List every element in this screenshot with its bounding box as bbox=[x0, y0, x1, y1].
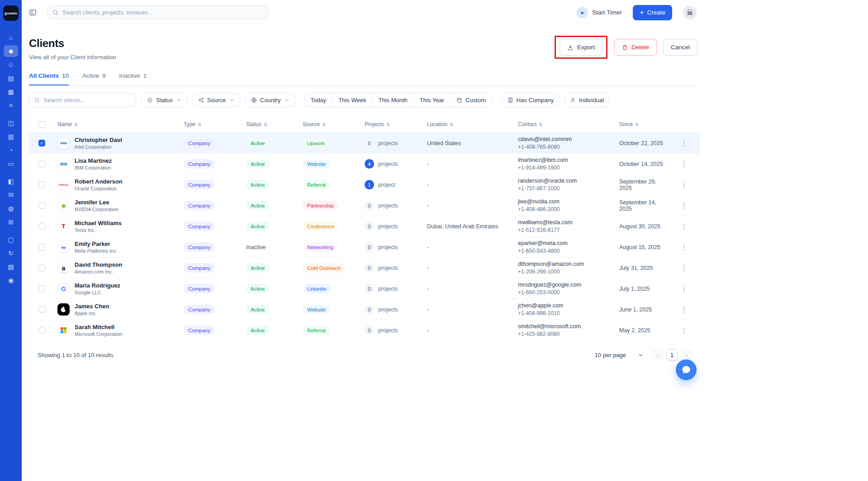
table-row[interactable]: James Chen Apple Inc. Company Active Web… bbox=[29, 299, 700, 320]
tab-inactive[interactable]: Inactive1 bbox=[119, 72, 147, 85]
row-checkbox[interactable] bbox=[38, 244, 45, 250]
start-timer-button[interactable]: ▶ Start Timer bbox=[576, 7, 622, 19]
row-checkbox[interactable] bbox=[38, 140, 45, 146]
date-range-this-year[interactable]: This Year bbox=[413, 93, 450, 107]
row-checkbox[interactable] bbox=[38, 306, 45, 313]
sidebar-item-billing[interactable]: ▧ bbox=[4, 261, 18, 273]
app-logo[interactable]: growlio bbox=[3, 5, 19, 21]
sort-icon[interactable]: ⇅ bbox=[264, 122, 267, 127]
table-row[interactable]: a David Thompson Amazon.com Inc. Company… bbox=[29, 257, 700, 278]
sidebar-item-devices[interactable]: ▢ bbox=[4, 234, 18, 245]
sidebar-item-projects[interactable]: ▦ bbox=[4, 86, 18, 98]
sidebar-item-time-tracking[interactable]: ◔ bbox=[4, 144, 18, 156]
pagination-current-page[interactable]: 1 bbox=[666, 349, 678, 361]
column-header-status[interactable]: Status bbox=[246, 121, 261, 127]
sidebar-item-expenses[interactable]: ⊞ bbox=[4, 216, 18, 228]
row-checkbox[interactable] bbox=[38, 264, 45, 271]
filter-country-dropdown[interactable]: Country bbox=[246, 93, 295, 107]
sidebar-item-products[interactable]: ◫ bbox=[4, 117, 18, 129]
row-checkbox[interactable] bbox=[38, 285, 45, 292]
chat-bubble-icon bbox=[681, 365, 691, 375]
row-menu-button[interactable]: ⋮ bbox=[681, 264, 688, 272]
clients-search-input[interactable] bbox=[43, 97, 131, 104]
client-email: randerson@oracle.com bbox=[518, 178, 619, 184]
row-menu-button[interactable]: ⋮ bbox=[681, 326, 688, 334]
column-header-source[interactable]: Source bbox=[303, 121, 320, 127]
table-row[interactable]: Sarah Mitchell Microsoft Corporation Com… bbox=[29, 320, 700, 340]
sort-icon[interactable]: ⇅ bbox=[450, 122, 453, 127]
date-range-this-month[interactable]: This Month bbox=[372, 93, 413, 107]
row-checkbox[interactable] bbox=[38, 327, 45, 334]
table-row[interactable]: intel Christopher Davi Intel Corporation… bbox=[29, 132, 700, 153]
sort-icon[interactable]: ⇅ bbox=[322, 122, 326, 127]
sidebar-item-team[interactable]: ◉ bbox=[4, 274, 18, 286]
chat-button[interactable] bbox=[676, 359, 697, 380]
sidebar-item-clients[interactable]: ☻ bbox=[4, 45, 18, 57]
filter-status-dropdown[interactable]: Status bbox=[142, 93, 187, 107]
sidebar-item-reports[interactable]: ▤ bbox=[4, 72, 18, 84]
table-row[interactable]: T Michael Williams Tesla Inc. Company Ac… bbox=[29, 216, 700, 236]
orders-icon: ▥ bbox=[8, 133, 14, 140]
client-phone: +1-914-499-1900 bbox=[518, 165, 619, 171]
table-row[interactable]: G Maria Rodriguez Google LLC Company Act… bbox=[29, 278, 700, 299]
row-checkbox[interactable] bbox=[38, 202, 45, 209]
sort-icon[interactable]: ⇅ bbox=[198, 122, 201, 127]
sort-icon[interactable]: ⇅ bbox=[386, 122, 390, 127]
date-range-this-week[interactable]: This Week bbox=[332, 93, 372, 107]
row-menu-button[interactable]: ⋮ bbox=[681, 202, 688, 209]
cancel-button[interactable]: Cancel bbox=[663, 39, 697, 56]
sort-icon[interactable]: ⇅ bbox=[635, 122, 639, 127]
sort-icon[interactable]: ⇅ bbox=[74, 122, 78, 127]
table-row[interactable]: ◉ Jennifer Lee NVIDIA Corporation Compan… bbox=[29, 195, 700, 216]
sidebar-item-history[interactable]: ↻ bbox=[4, 247, 18, 259]
search-icon bbox=[34, 97, 40, 103]
column-header-since[interactable]: Since bbox=[619, 121, 633, 127]
row-menu-button[interactable]: ⋮ bbox=[681, 243, 688, 251]
filter-individual-button[interactable]: Individual bbox=[564, 93, 609, 107]
row-menu-button[interactable]: ⋮ bbox=[681, 306, 688, 313]
row-checkbox[interactable] bbox=[38, 160, 45, 167]
row-menu-button[interactable]: ⋮ bbox=[681, 139, 688, 147]
filter-source-dropdown[interactable]: Source bbox=[193, 93, 240, 107]
date-range-today[interactable]: Today bbox=[305, 93, 332, 107]
table-row[interactable]: ORACLE Robert Anderson Oracle Corporatio… bbox=[29, 174, 700, 195]
global-search-input[interactable] bbox=[62, 9, 264, 16]
sidebar-item-contacts[interactable]: ☺ bbox=[4, 59, 18, 71]
chevron-down-icon bbox=[284, 97, 290, 103]
filter-has-company-button[interactable]: Has Company bbox=[502, 93, 559, 107]
row-menu-button[interactable]: ⋮ bbox=[681, 285, 688, 292]
row-menu-button[interactable]: ⋮ bbox=[681, 160, 688, 168]
column-header-name[interactable]: Name bbox=[57, 121, 72, 127]
delete-button[interactable]: Delete bbox=[614, 39, 657, 56]
column-header-location[interactable]: Location bbox=[427, 121, 447, 127]
column-header-projects[interactable]: Projects bbox=[365, 121, 384, 127]
table-row[interactable]: IBM Lisa Martinez IBM Corporation Compan… bbox=[29, 153, 700, 174]
sidebar-item-dashboard[interactable]: ⌂ bbox=[4, 32, 18, 43]
row-checkbox[interactable] bbox=[38, 223, 45, 230]
projects-label: projects bbox=[378, 286, 398, 292]
row-menu-button[interactable]: ⋮ bbox=[681, 222, 688, 230]
column-header-contact[interactable]: Contact bbox=[518, 121, 536, 127]
sidebar-item-store[interactable]: ◧ bbox=[4, 175, 18, 187]
table-row[interactable]: ∞ Emily Parker Meta Platforms Inc. Compa… bbox=[29, 236, 700, 257]
date-range-custom[interactable]: Custom bbox=[450, 93, 492, 107]
tab-all-clients[interactable]: All Clients10 bbox=[29, 72, 69, 85]
sidebar-item-documents[interactable]: ▭ bbox=[4, 158, 18, 170]
row-checkbox[interactable] bbox=[38, 181, 45, 188]
tab-active[interactable]: Active9 bbox=[82, 72, 105, 85]
sidebar-item-orders[interactable]: ▥ bbox=[4, 131, 18, 142]
sidebar-item-services[interactable]: ≡ bbox=[4, 99, 18, 111]
export-button[interactable]: Export bbox=[560, 39, 602, 56]
create-button[interactable]: + Create bbox=[633, 5, 672, 20]
pagination-prev-button[interactable]: ‹ bbox=[652, 349, 663, 361]
select-all-checkbox[interactable] bbox=[38, 121, 45, 128]
user-avatar[interactable]: ☠ bbox=[683, 6, 697, 19]
column-header-type[interactable]: Type bbox=[184, 121, 195, 127]
sort-icon[interactable]: ⇅ bbox=[539, 122, 542, 127]
sidebar-item-invoices[interactable]: ✉ bbox=[4, 189, 18, 201]
per-page-select[interactable]: 10 per page bbox=[595, 352, 644, 358]
sidebar-toggle-button[interactable] bbox=[29, 9, 37, 16]
sidebar-item-payments[interactable]: ◍ bbox=[4, 203, 18, 214]
company-logo bbox=[57, 303, 70, 316]
row-menu-button[interactable]: ⋮ bbox=[681, 181, 688, 189]
